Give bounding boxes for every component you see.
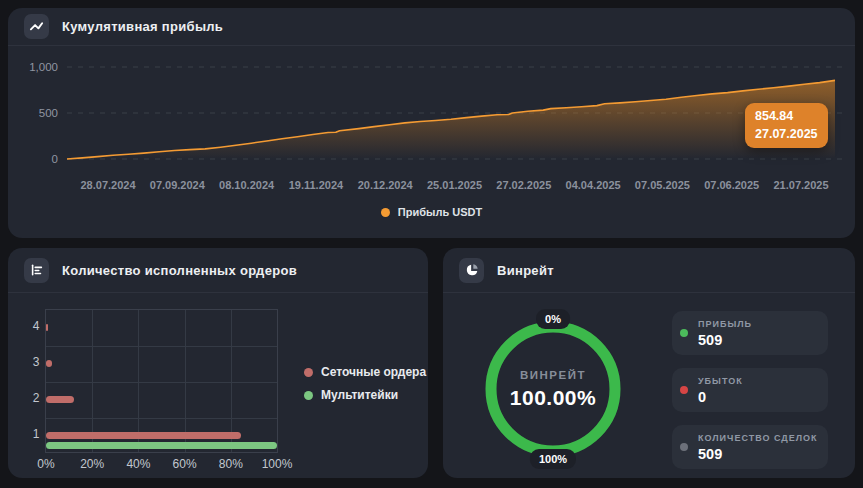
executed-orders-header: Количество исполненных ордеров bbox=[8, 248, 428, 293]
orders-legend-item[interactable]: Мультитейки bbox=[304, 388, 426, 402]
cumulative-profit-panel: Кумулятивная прибыль 05001,000 28.07.202… bbox=[8, 8, 855, 238]
cumulative-profit-chart[interactable]: 05001,000 bbox=[8, 46, 855, 186]
orders-bar-multitake bbox=[46, 442, 277, 449]
stat-dot bbox=[680, 443, 688, 451]
orders-bar-grid bbox=[46, 360, 52, 367]
orders-bar-grid bbox=[46, 396, 74, 403]
orders-legend-item[interactable]: Сеточные ордера bbox=[304, 365, 426, 379]
profit-x-tick: 20.12.2024 bbox=[358, 179, 413, 191]
orders-gridline-v bbox=[185, 310, 186, 452]
profit-x-tick: 07.06.2025 bbox=[704, 179, 759, 191]
cumulative-profit-title: Кумулятивная прибыль bbox=[62, 19, 223, 34]
profit-y-tick: 500 bbox=[39, 107, 58, 119]
profit-legend-dot bbox=[381, 208, 390, 217]
stat-text: ПРИБЫЛЬ509 bbox=[698, 319, 752, 348]
winrate-value: 100.00% bbox=[510, 386, 596, 410]
pie-chart-icon bbox=[459, 258, 484, 283]
stat-value: 0 bbox=[698, 389, 743, 405]
orders-gridline-v bbox=[231, 310, 232, 452]
orders-legend-label: Мультитейки bbox=[321, 388, 398, 402]
winrate-label: ВИНРЕЙТ bbox=[510, 369, 596, 381]
profit-x-tick: 04.04.2025 bbox=[566, 179, 621, 191]
winrate-center: ВИНРЕЙТ 100.00% bbox=[510, 369, 596, 410]
stat-card: КОЛИЧЕСТВО СДЕЛОК509 bbox=[672, 425, 828, 469]
stat-card: ПРИБЫЛЬ509 bbox=[672, 311, 828, 355]
orders-gridline-v bbox=[138, 310, 139, 452]
winrate-max-badge: 100% bbox=[530, 449, 576, 469]
tooltip-date: 27.07.2025 bbox=[755, 126, 818, 144]
stat-value: 509 bbox=[698, 446, 818, 462]
stat-text: УБЫТОК0 bbox=[698, 376, 743, 405]
orders-x-tick: 60% bbox=[173, 457, 197, 471]
profit-legend[interactable]: Прибыль USDT bbox=[8, 206, 855, 218]
stat-dot bbox=[680, 329, 688, 337]
orders-gridline-h bbox=[46, 346, 277, 347]
orders-bar-grid bbox=[46, 324, 48, 331]
orders-x-tick: 40% bbox=[126, 457, 150, 471]
stat-label: КОЛИЧЕСТВО СДЕЛОК bbox=[698, 433, 818, 443]
profit-x-tick: 19.11.2024 bbox=[289, 179, 343, 191]
winrate-panel: Винрейт 0% 100% ВИНРЕЙТ 100.00% ПРИБЫЛЬ5… bbox=[443, 248, 855, 478]
orders-gridline-v bbox=[92, 310, 93, 452]
executed-orders-title: Количество исполненных ордеров bbox=[62, 263, 297, 278]
profit-x-tick: 25.01.2025 bbox=[427, 179, 482, 191]
profit-legend-label: Прибыль USDT bbox=[398, 206, 482, 218]
orders-x-tick: 80% bbox=[219, 457, 243, 471]
profit-y-tick: 0 bbox=[52, 153, 58, 165]
tooltip-value: 854.84 bbox=[755, 108, 818, 126]
profit-y-tick: 1,000 bbox=[29, 61, 58, 73]
orders-legend-label: Сеточные ордера bbox=[321, 365, 426, 379]
stat-text: КОЛИЧЕСТВО СДЕЛОК509 bbox=[698, 433, 818, 462]
profit-x-tick: 21.07.2025 bbox=[773, 179, 828, 191]
stat-dot bbox=[680, 386, 688, 394]
orders-gridline-h bbox=[46, 418, 277, 419]
orders-x-tick: 20% bbox=[80, 457, 104, 471]
orders-legend-dot bbox=[304, 368, 313, 377]
profit-x-tick: 07.09.2024 bbox=[150, 179, 205, 191]
orders-bar-grid bbox=[46, 432, 241, 439]
winrate-title: Винрейт bbox=[497, 263, 554, 278]
stat-value: 509 bbox=[698, 332, 752, 348]
trend-line-icon bbox=[24, 14, 49, 39]
orders-bar-chart[interactable] bbox=[45, 309, 278, 453]
stat-label: УБЫТОК bbox=[698, 376, 743, 386]
profit-x-axis: 28.07.202407.09.202408.10.202419.11.2024… bbox=[8, 179, 855, 193]
winrate-header: Винрейт bbox=[443, 248, 855, 293]
orders-x-tick: 0% bbox=[37, 457, 54, 471]
profit-x-tick: 08.10.2024 bbox=[219, 179, 274, 191]
stat-card: УБЫТОК0 bbox=[672, 368, 828, 412]
profit-tooltip: 854.84 27.07.2025 bbox=[745, 103, 828, 148]
dashboard: Кумулятивная прибыль 05001,000 28.07.202… bbox=[0, 0, 863, 488]
winrate-min-badge: 0% bbox=[536, 309, 570, 329]
orders-x-tick: 100% bbox=[262, 457, 293, 471]
profit-x-tick: 27.02.2025 bbox=[496, 179, 551, 191]
profit-x-tick: 28.07.2024 bbox=[80, 179, 135, 191]
horizontal-bars-icon bbox=[24, 258, 49, 283]
stat-label: ПРИБЫЛЬ bbox=[698, 319, 752, 329]
winrate-stats: ПРИБЫЛЬ509УБЫТОК0КОЛИЧЕСТВО СДЕЛОК509 bbox=[672, 311, 828, 469]
orders-gridline-h bbox=[46, 382, 277, 383]
executed-orders-panel: Количество исполненных ордеров 4321 0%20… bbox=[8, 248, 428, 478]
orders-legend-dot bbox=[304, 391, 313, 400]
profit-x-tick: 07.05.2025 bbox=[635, 179, 690, 191]
orders-legend: Сеточные ордераМультитейки bbox=[304, 365, 426, 402]
cumulative-profit-header: Кумулятивная прибыль bbox=[8, 8, 855, 46]
